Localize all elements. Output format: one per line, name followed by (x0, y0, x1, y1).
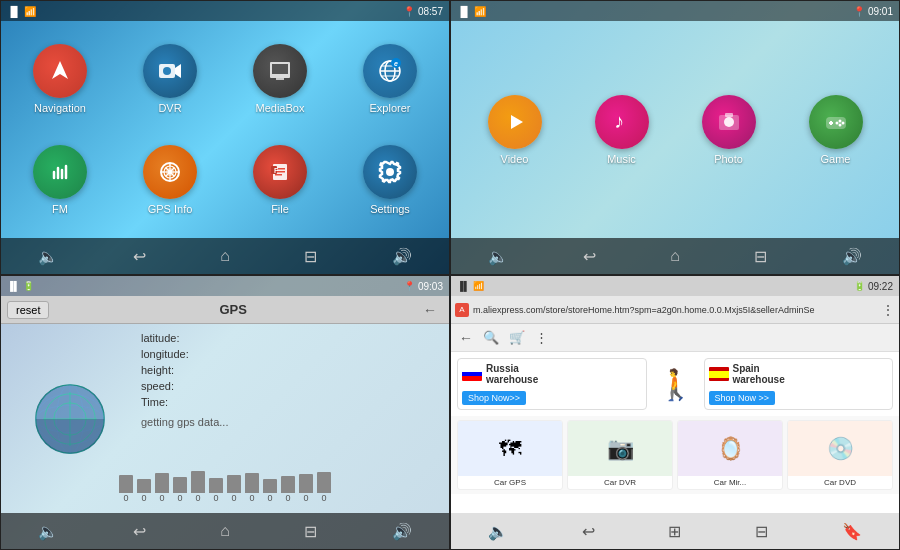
app-grid: Navigation DVR MediaBox (1, 21, 449, 238)
svg-point-36 (386, 168, 394, 176)
bar-label-2: 0 (137, 493, 151, 503)
bar-label-4: 0 (173, 493, 187, 503)
bar-12 (317, 472, 331, 493)
status-bar-q4: ▐▌ 📶 🔋 09:22 (451, 276, 899, 296)
product-dvd-label: Car DVD (822, 476, 858, 489)
svg-rect-33 (275, 174, 282, 176)
browser-url[interactable]: m.aliexpress.com/store/storeHome.htm?spm… (473, 305, 877, 315)
volume-down-btn-q2[interactable]: 🔈 (480, 243, 516, 270)
gps-reset-button[interactable]: reset (7, 301, 49, 319)
home-btn-q4[interactable]: ⊞ (660, 518, 689, 545)
russia-title: Russiawarehouse (486, 363, 538, 385)
game-label: Game (821, 153, 851, 165)
russia-card-header: Russiawarehouse (458, 359, 646, 389)
app-file[interactable]: F File (253, 145, 307, 215)
bar-10 (281, 476, 295, 493)
bar-8 (245, 473, 259, 493)
time-q3: 09:03 (418, 281, 443, 292)
recents-btn-q3[interactable]: ⊟ (296, 518, 325, 545)
wifi-icon-q2: 📶 (474, 6, 486, 17)
product-dvd-img: 💿 (788, 421, 892, 476)
recents-btn-q2[interactable]: ⊟ (746, 243, 775, 270)
video-label: Video (501, 153, 529, 165)
home-btn[interactable]: ⌂ (212, 243, 238, 269)
product-mirror[interactable]: 🪞 Car Mir... (677, 420, 783, 490)
russia-shop-btn[interactable]: Shop Now>> (462, 391, 526, 405)
bookmark-btn-q4[interactable]: 🔖 (834, 518, 870, 545)
app-navigation[interactable]: Navigation (33, 44, 87, 114)
game-icon-circle (809, 95, 863, 149)
explorer-icon: e (363, 44, 417, 98)
bar-6 (209, 478, 223, 493)
recents-btn-q4[interactable]: ⊟ (747, 518, 776, 545)
product-dvr-img: 📷 (568, 421, 672, 476)
more-icon-browser[interactable]: ⋮ (535, 330, 548, 345)
status-left-q2: ▐▌ 📶 (457, 6, 486, 17)
bar-label-12: 0 (317, 493, 331, 503)
svg-rect-5 (272, 64, 288, 74)
app-photo[interactable]: Photo (702, 95, 756, 165)
bar-11 (299, 474, 313, 493)
app-dvr[interactable]: DVR (143, 44, 197, 114)
product-dvr-label: Car DVR (602, 476, 638, 489)
nav-bar-q2: 🔈 ↩ ⌂ ⊟ 🔊 (451, 238, 899, 274)
browser-back-btn[interactable]: ← (459, 330, 473, 346)
photo-icon-circle (702, 95, 756, 149)
app-video[interactable]: Video (488, 95, 542, 165)
media-app-grid: Video ♪ Music Photo (451, 21, 899, 238)
back-btn[interactable]: ↩ (125, 243, 154, 270)
time-q1: 08:57 (418, 6, 443, 17)
svg-point-48 (835, 121, 838, 124)
back-btn-q2[interactable]: ↩ (575, 243, 604, 270)
fm-icon (33, 145, 87, 199)
bar-3 (155, 473, 169, 493)
cart-icon-browser[interactable]: 🛒 (509, 330, 525, 345)
app-gpsinfo[interactable]: GPS Info (143, 145, 197, 215)
recents-btn[interactable]: ⊟ (296, 243, 325, 270)
bar-1 (119, 475, 133, 493)
status-right-q2: 📍 09:01 (853, 6, 893, 17)
home-btn-q3[interactable]: ⌂ (212, 518, 238, 544)
search-icon-browser[interactable]: 🔍 (483, 330, 499, 345)
signal-icon-q3: ▐▌ (7, 281, 20, 291)
volume-down-btn-q3[interactable]: 🔈 (30, 518, 66, 545)
app-explorer[interactable]: e Explorer (363, 44, 417, 114)
gps-back-button[interactable]: ← (417, 300, 443, 320)
bar-label-11: 0 (299, 493, 313, 503)
product-dvd[interactable]: 💿 Car DVD (787, 420, 893, 490)
spain-warehouse-card: Spainwarehouse Shop Now >> (704, 358, 894, 410)
volume-up-btn[interactable]: 🔊 (384, 243, 420, 270)
product-gps-img: 🗺 (458, 421, 562, 476)
volume-up-btn-q3[interactable]: 🔊 (384, 518, 420, 545)
home-btn-q2[interactable]: ⌂ (662, 243, 688, 269)
svg-point-40 (724, 117, 734, 127)
gpsinfo-icon (143, 145, 197, 199)
spain-shop-btn[interactable]: Shop Now >> (709, 391, 776, 405)
signal-icon-q2: ▐▌ (457, 6, 471, 17)
volume-up-btn-q2[interactable]: 🔊 (834, 243, 870, 270)
svg-text:F: F (274, 167, 279, 174)
browser-menu-btn[interactable]: ⋮ (881, 302, 895, 318)
file-label: File (271, 203, 289, 215)
dvr-icon (143, 44, 197, 98)
volume-down-btn[interactable]: 🔈 (30, 243, 66, 270)
shop-banners: Russiawarehouse Shop Now>> 🚶 Spainwareho… (451, 352, 899, 416)
app-settings[interactable]: Settings (363, 145, 417, 215)
back-btn-q3[interactable]: ↩ (125, 518, 154, 545)
browser-nav-bar: ← 🔍 🛒 ⋮ (451, 324, 899, 352)
bar-4 (173, 477, 187, 493)
product-dvr[interactable]: 📷 Car DVR (567, 420, 673, 490)
app-fm[interactable]: FM (33, 145, 87, 215)
volume-down-btn-q4[interactable]: 🔈 (480, 518, 516, 545)
gps-time: Time: (141, 396, 439, 408)
settings-icon (363, 145, 417, 199)
app-game[interactable]: Game (809, 95, 863, 165)
back-btn-q4[interactable]: ↩ (574, 518, 603, 545)
status-right-q4: 🔋 09:22 (854, 281, 893, 292)
app-mediabox[interactable]: MediaBox (253, 44, 307, 114)
svg-point-3 (163, 67, 171, 75)
product-gps[interactable]: 🗺 Car GPS (457, 420, 563, 490)
bar-label-10: 0 (281, 493, 295, 503)
bar-7 (227, 475, 241, 493)
app-music[interactable]: ♪ Music (595, 95, 649, 165)
